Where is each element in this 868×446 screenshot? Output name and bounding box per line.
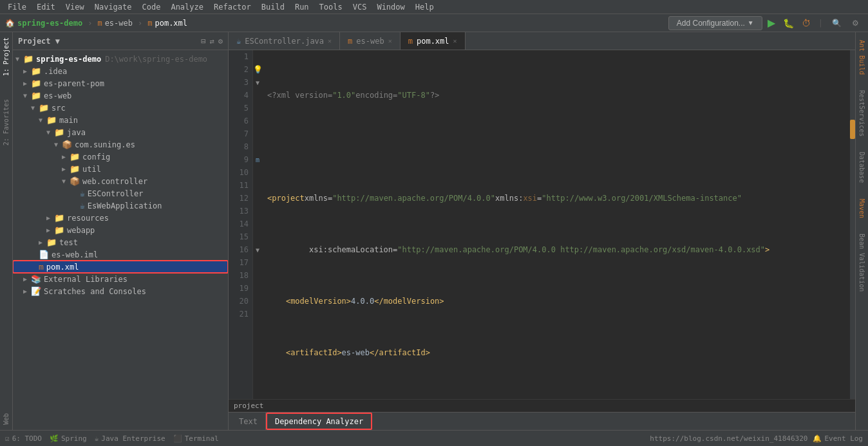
sync-icon[interactable]: ⇄ [210, 37, 214, 46]
menu-refactor[interactable]: Refactor [209, 1, 256, 13]
esweb-folder-icon: 📁 [31, 91, 41, 100]
gear-icon[interactable]: ⚙ [218, 37, 223, 46]
sidebar-item-eswebapp[interactable]: ☕ EsWebApplication [13, 200, 228, 212]
status-terminal[interactable]: ⬛ Terminal [173, 434, 219, 443]
vtab-project[interactable]: 1: Project [1, 32, 11, 81]
sidebar-item-scratches[interactable]: ▶ 📝 Scratches and Consoles [13, 285, 228, 297]
module-tab-icon: m [348, 37, 352, 46]
bulb-icon[interactable]: 💡 [253, 65, 263, 74]
line-num-11: 11 [229, 179, 249, 192]
sidebar-item-webapp-folder[interactable]: ▶ 📁 webapp [13, 224, 228, 236]
collapse-all-icon[interactable]: ⊟ [201, 37, 205, 46]
tab-close-pom-icon[interactable]: ✕ [453, 37, 457, 44]
bottom-tabs: Text Dependency Analyzer [229, 412, 855, 430]
menu-tools[interactable]: Tools [314, 1, 348, 13]
tab-dependency-analyzer[interactable]: Dependency Analyzer [266, 413, 372, 430]
tab-close-esweb-icon[interactable]: ✕ [388, 37, 392, 44]
tab-pom-xml[interactable]: m pom.xml ✕ [401, 32, 466, 50]
sidebar-item-test[interactable]: ▶ 📁 test [13, 236, 228, 248]
menu-build[interactable]: Build [256, 1, 290, 13]
esctrl-label: ESController [88, 189, 144, 198]
root-folder-icon: 📁 [23, 54, 33, 64]
status-url[interactable]: https://blog.csdn.net/weixin_41846320 [650, 434, 807, 443]
menu-window[interactable]: Window [372, 1, 410, 13]
settings-button[interactable]: ⚙ [848, 17, 863, 29]
fold-btn-9[interactable]: m [253, 153, 262, 166]
terminal-label: Terminal [185, 434, 219, 443]
sidebar-item-escontroller[interactable]: ☕ ESController [13, 187, 228, 200]
sidebar-item-src[interactable]: ▼ 📁 src [13, 102, 228, 114]
tree-root[interactable]: ▼ 📁 spring-es-demo D:\work\spring-es-dem… [13, 53, 228, 65]
test-label: test [59, 238, 78, 247]
right-vtab-db[interactable]: Database [857, 147, 867, 188]
idea-folder-icon: 📁 [31, 66, 41, 76]
breadcrumb-project-path: project [234, 402, 263, 410]
menu-analyze[interactable]: Analyze [165, 1, 209, 13]
code-line-6[interactable]: <artifactId>es-web</artifactId> [267, 346, 845, 359]
code-line-5[interactable]: <modelVersion>4.0.0</modelVersion> [267, 295, 845, 308]
status-jee[interactable]: ☕ Java Enterprise [95, 434, 165, 443]
line-num-17: 17 [229, 256, 249, 269]
sidebar-item-config[interactable]: ▶ 📁 config [13, 151, 228, 163]
right-vtab-ant[interactable]: Ant Build [857, 35, 867, 80]
tab-close-escontroller-icon[interactable]: ✕ [328, 37, 332, 44]
sidebar-item-java[interactable]: ▼ 📁 java [13, 126, 228, 138]
sidebar-item-parent-pom[interactable]: ▶ 📁 es-parent-pom [13, 77, 228, 89]
fold-btn-3[interactable]: ▼ [253, 76, 262, 89]
parent-expand-icon: ▶ [23, 80, 31, 87]
right-vtab-bean[interactable]: Bean Validation [857, 228, 867, 297]
app-root: File Edit View Navigate Code Analyze Ref… [0, 0, 868, 446]
profile-button[interactable]: ⏱ [799, 18, 813, 28]
menu-code[interactable]: Code [137, 1, 166, 13]
code-line-1[interactable]: <?xml version="1.0" encoding="UTF-8"?> [267, 89, 845, 102]
tab-es-web[interactable]: m es-web ✕ [340, 32, 401, 50]
menu-vcs[interactable]: VCS [348, 1, 372, 13]
right-vtab-rest[interactable]: RestServices [857, 85, 867, 142]
sidebar-item-iml[interactable]: 📄 es-web.iml [13, 248, 228, 261]
event-log-label: Event Log [824, 434, 863, 443]
fold-btn-16[interactable]: ▼ [253, 243, 262, 256]
sidebar-item-es-web[interactable]: ▼ 📁 es-web [13, 89, 228, 102]
add-config-button[interactable]: Add Configuration... ▼ [668, 16, 762, 30]
sidebar-item-pom-xml[interactable]: m pom.xml [13, 261, 228, 273]
menu-view[interactable]: View [61, 1, 90, 13]
vtab-favorites[interactable]: 2: Favorites [1, 94, 11, 151]
menu-edit[interactable]: Edit [32, 1, 61, 13]
editor-tabs: ☕ ESController.java ✕ m es-web ✕ m pom.x… [229, 32, 855, 50]
run-button[interactable]: ▶ [765, 17, 778, 29]
sidebar-item-resources[interactable]: ▶ 📁 resources [13, 212, 228, 224]
menu-file[interactable]: File [3, 1, 32, 13]
right-scrollbar[interactable] [850, 50, 855, 399]
sidebar-item-web-controller[interactable]: ▼ 📦 web.controller [13, 175, 228, 187]
test-expand-icon: ▶ [39, 239, 46, 246]
status-todo[interactable]: ☑ 6: TODO [5, 434, 42, 443]
spring-label: Spring [61, 434, 87, 443]
line-num-10: 10 [229, 166, 249, 179]
sidebar-item-util[interactable]: ▶ 📁 util [13, 163, 228, 175]
sidebar-item-main[interactable]: ▼ 📁 main [13, 114, 228, 126]
line-num-14: 14 [229, 218, 249, 230]
menu-run[interactable]: Run [290, 1, 314, 13]
editor-area: ☕ ESController.java ✕ m es-web ✕ m pom.x… [229, 32, 855, 430]
menu-navigate[interactable]: Navigate [90, 1, 137, 13]
code-content[interactable]: <?xml version="1.0" encoding="UTF-8"?> <… [262, 50, 850, 399]
tab-text[interactable]: Text [231, 413, 266, 430]
status-event-log[interactable]: 🔔 Event Log [813, 434, 863, 443]
sidebar-item-idea[interactable]: ▶ 📁 .idea [13, 65, 228, 77]
right-vtab-maven[interactable]: Maven [857, 194, 867, 223]
code-line-2[interactable] [267, 140, 845, 153]
webappf-label: webapp [67, 226, 95, 235]
sidebar-item-ext-libs[interactable]: ▶ 📚 External Libraries [13, 273, 228, 285]
title-project: 🏠 spring-es-demo [5, 19, 82, 28]
search-button[interactable]: 🔍 [828, 17, 845, 29]
todo-label: 6: TODO [12, 434, 42, 443]
menu-help[interactable]: Help [410, 1, 439, 13]
sidebar-item-com-suning[interactable]: ▼ 📦 com.suning.es [13, 138, 228, 151]
tab-escontroller[interactable]: ☕ ESController.java ✕ [229, 32, 340, 50]
code-line-4[interactable]: xsi:schemaLocation="http://maven.apache.… [267, 243, 845, 256]
debug-button[interactable]: 🐛 [780, 18, 797, 28]
root-path: D:\work\spring-es-demo [105, 55, 207, 64]
status-spring[interactable]: 🌿 Spring [50, 434, 87, 443]
vtab-web[interactable]: Web [1, 408, 11, 430]
code-line-3[interactable]: <project xmlns="http://maven.apache.org/… [267, 192, 845, 205]
